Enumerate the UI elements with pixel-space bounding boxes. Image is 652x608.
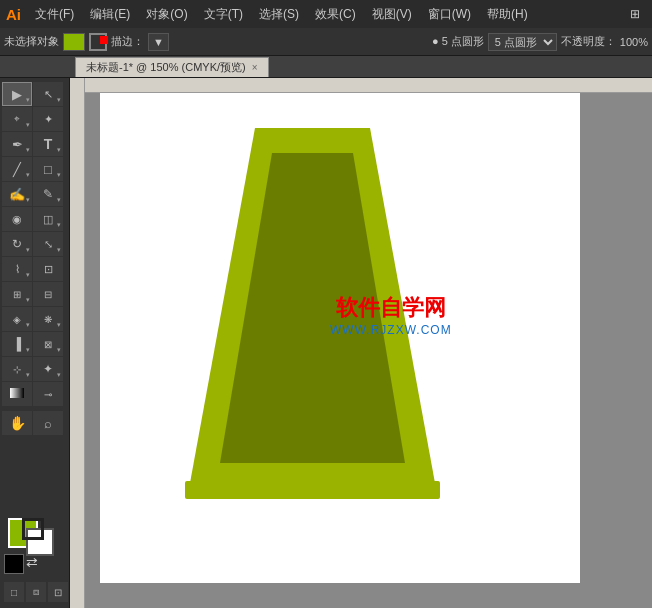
menu-help[interactable]: 帮助(H) bbox=[481, 4, 534, 25]
menu-view[interactable]: 视图(V) bbox=[366, 4, 418, 25]
artwork-canvas bbox=[100, 93, 580, 583]
left-ruler bbox=[70, 78, 85, 608]
document-tab[interactable]: 未标题-1* @ 150% (CMYK/预览) × bbox=[75, 57, 269, 77]
lasso-icon: ⌖ bbox=[14, 113, 20, 125]
swap-colors-button[interactable]: ⇄ bbox=[26, 554, 46, 574]
pen-icon: ✒ bbox=[12, 137, 23, 152]
free-transform-icon: ⊡ bbox=[44, 263, 53, 276]
zoom-icon: ⌕ bbox=[44, 416, 52, 431]
pen-tool[interactable]: ✒ ▾ bbox=[2, 132, 32, 156]
draw-normal-icon: □ bbox=[11, 587, 17, 598]
menu-select[interactable]: 选择(S) bbox=[253, 4, 305, 25]
scale-icon: ⤡ bbox=[44, 238, 53, 251]
selection-label: 未选择对象 bbox=[4, 34, 59, 49]
mesh-icon: ⊟ bbox=[44, 289, 52, 300]
type-tool[interactable]: T ▾ bbox=[33, 132, 63, 156]
pencil-icon: ✎ bbox=[43, 187, 53, 201]
gradient-icon bbox=[9, 385, 25, 404]
rotate-icon: ↻ bbox=[12, 237, 22, 251]
stroke-icon[interactable] bbox=[89, 33, 107, 51]
base-bar bbox=[185, 481, 440, 499]
title-bar: Ai 文件(F) 编辑(E) 对象(O) 文字(T) 选择(S) 效果(C) 视… bbox=[0, 0, 652, 28]
hand-tool[interactable]: ✋ bbox=[2, 411, 32, 435]
line-tool[interactable]: ╱ ▾ bbox=[2, 157, 32, 181]
paintbrush-icon: ✍ bbox=[9, 187, 25, 202]
measure-tool[interactable]: ⊸ bbox=[33, 382, 63, 406]
artboard-icon: ⊠ bbox=[44, 339, 52, 350]
canvas: 软件自学网 WWW.RJZXW.COM bbox=[100, 93, 580, 583]
paintbrush-tool[interactable]: ✍ ▾ bbox=[2, 182, 32, 206]
eraser-tool[interactable]: ◫ ▾ bbox=[33, 207, 63, 231]
eyedropper-tool[interactable]: ✦ ▾ bbox=[33, 357, 63, 381]
mesh-tool[interactable]: ⊟ bbox=[33, 282, 63, 306]
zoom-tool[interactable]: ⌕ bbox=[33, 411, 63, 435]
brush-size-select[interactable]: 5 点圆形 bbox=[488, 33, 557, 51]
svg-rect-0 bbox=[10, 388, 24, 398]
brush-size-label: ● 5 点圆形 bbox=[432, 34, 484, 49]
rectangle-icon: □ bbox=[44, 162, 52, 177]
pencil-tool[interactable]: ✎ ▾ bbox=[33, 182, 63, 206]
line-icon: ╱ bbox=[13, 162, 21, 177]
panel-toggle[interactable]: ⊞ bbox=[624, 5, 646, 23]
menu-file[interactable]: 文件(F) bbox=[29, 4, 80, 25]
stroke-selector[interactable]: ▼ bbox=[148, 33, 169, 51]
selection-icon: ▶ bbox=[12, 87, 22, 102]
tab-title: 未标题-1* @ 150% (CMYK/预览) bbox=[86, 60, 246, 75]
scale-tool[interactable]: ⤡ ▾ bbox=[33, 232, 63, 256]
menu-type[interactable]: 文字(T) bbox=[198, 4, 249, 25]
magic-wand-icon: ✦ bbox=[44, 113, 53, 126]
slice-tool[interactable]: ⊹ ▾ bbox=[2, 357, 32, 381]
hand-icon: ✋ bbox=[9, 415, 26, 431]
gradient-tool[interactable] bbox=[2, 382, 32, 406]
main-layout: ▶ ▾ ↖ ▾ ⌖ ▾ ✦ ✒ ▾ T bbox=[0, 78, 652, 608]
slice-icon: ⊹ bbox=[13, 364, 21, 375]
change-screen-mode[interactable]: ⊡ bbox=[48, 582, 68, 602]
fill-color-box[interactable] bbox=[63, 33, 85, 51]
measure-icon: ⊸ bbox=[44, 389, 52, 400]
menu-effect[interactable]: 效果(C) bbox=[309, 4, 362, 25]
bar-graph-tool[interactable]: ▐ ▾ bbox=[2, 332, 32, 356]
swatch-stroke-overlay bbox=[22, 518, 44, 540]
canvas-area: 软件自学网 WWW.RJZXW.COM bbox=[70, 78, 652, 608]
perspective-grid-tool[interactable]: ⊞ ▾ bbox=[2, 282, 32, 306]
magic-wand-tool[interactable]: ✦ bbox=[33, 107, 63, 131]
type-icon: T bbox=[44, 136, 53, 152]
direct-selection-tool[interactable]: ↖ ▾ bbox=[33, 82, 63, 106]
blob-brush-tool[interactable]: ◉ bbox=[2, 207, 32, 231]
tab-close-button[interactable]: × bbox=[252, 62, 258, 73]
draw-behind-button[interactable]: ⧈ bbox=[26, 582, 46, 602]
opacity-value: 100% bbox=[620, 36, 648, 48]
blend-icon: ◈ bbox=[13, 314, 21, 325]
opacity-label: 不透明度： bbox=[561, 34, 616, 49]
tab-bar: 未标题-1* @ 150% (CMYK/预览) × bbox=[0, 56, 652, 78]
eyedropper-icon: ✦ bbox=[43, 362, 53, 376]
menu-object[interactable]: 对象(O) bbox=[140, 4, 193, 25]
toolbar: 未选择对象 描边： ▼ ● 5 点圆形 5 点圆形 不透明度： 100% bbox=[0, 28, 652, 56]
perspective-grid-icon: ⊞ bbox=[13, 289, 21, 300]
direct-selection-icon: ↖ bbox=[44, 88, 53, 101]
warp-tool[interactable]: ⌇ ▾ bbox=[2, 257, 32, 281]
stroke-label: 描边： bbox=[111, 34, 144, 49]
warp-icon: ⌇ bbox=[15, 263, 20, 276]
free-transform-tool[interactable]: ⊡ bbox=[33, 257, 63, 281]
ai-logo: Ai bbox=[6, 6, 21, 23]
bar-graph-icon: ▐ bbox=[13, 337, 22, 351]
default-colors-button[interactable] bbox=[4, 554, 24, 574]
symbol-sprayer-tool[interactable]: ❋ ▾ bbox=[33, 307, 63, 331]
draw-behind-icon: ⧈ bbox=[33, 586, 39, 598]
symbol-sprayer-icon: ❋ bbox=[44, 314, 52, 325]
menu-edit[interactable]: 编辑(E) bbox=[84, 4, 136, 25]
rectangle-tool[interactable]: □ ▾ bbox=[33, 157, 63, 181]
screen-mode-icon: ⊡ bbox=[54, 587, 62, 598]
selection-tool[interactable]: ▶ ▾ bbox=[2, 82, 32, 106]
artboard-tool[interactable]: ⊠ ▾ bbox=[33, 332, 63, 356]
blob-brush-icon: ◉ bbox=[12, 213, 22, 226]
draw-normal-button[interactable]: □ bbox=[4, 582, 24, 602]
left-toolbar: ▶ ▾ ↖ ▾ ⌖ ▾ ✦ ✒ ▾ T bbox=[0, 78, 70, 608]
rotate-tool[interactable]: ↻ ▾ bbox=[2, 232, 32, 256]
lasso-tool[interactable]: ⌖ ▾ bbox=[2, 107, 32, 131]
eraser-icon: ◫ bbox=[43, 213, 53, 226]
top-ruler bbox=[70, 78, 652, 93]
blend-tool[interactable]: ◈ ▾ bbox=[2, 307, 32, 331]
menu-window[interactable]: 窗口(W) bbox=[422, 4, 477, 25]
